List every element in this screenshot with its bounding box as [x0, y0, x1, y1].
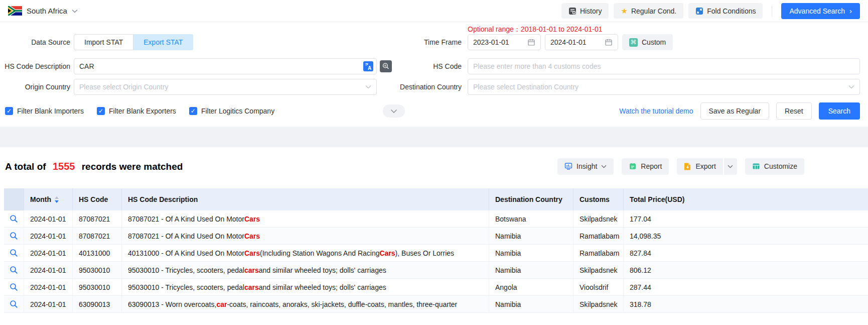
description-text: and similar wheeled toys; dolls' carriag…	[259, 266, 386, 274]
table-row: 2024-01-019503001095030010 - Tricycles, …	[4, 279, 868, 296]
svg-text:A: A	[368, 65, 371, 71]
checkbox-checked-icon[interactable]: ✓	[5, 107, 13, 115]
export-options-button[interactable]	[724, 158, 737, 175]
cell-destination-country: Namibia	[489, 296, 573, 312]
command-icon: ⌘	[629, 38, 638, 47]
row-detail-cell	[4, 262, 24, 278]
history-button[interactable]: History	[561, 3, 609, 19]
insight-button[interactable]: Insight	[557, 158, 614, 175]
customize-label: Customize	[764, 162, 797, 170]
search-icon[interactable]	[10, 249, 18, 257]
date-from-value: 2023-01-01	[473, 38, 509, 46]
results-actions: Insight Report	[557, 158, 804, 175]
form-actions: Watch the tutorial demo Save as Regular …	[619, 102, 860, 120]
date-to-input[interactable]: 2024-01-01	[545, 34, 618, 50]
exact-match-icon[interactable]	[380, 60, 392, 72]
search-icon[interactable]	[10, 300, 18, 308]
topbar: South Africa History ★ Regular Cond.	[0, 0, 868, 22]
search-icon[interactable]	[10, 214, 18, 223]
custom-range-button[interactable]: ⌘ Custom	[622, 34, 673, 50]
fold-conditions-button[interactable]: Fold Conditions	[688, 3, 763, 19]
description-text: 40131000 - Of A Kind Used On Motor	[128, 249, 244, 257]
table-row: 2024-01-019503001095030010 - Tricycles, …	[4, 262, 868, 279]
translate-icon[interactable]: A	[363, 61, 373, 71]
total-prefix: A total of	[5, 161, 46, 172]
cell-destination-country: Namibia	[489, 262, 573, 278]
hs-code-input[interactable]: Please enter more than 4 customs codes	[468, 58, 860, 74]
cell-hs-code-description: 40131000 - Of A Kind Used On Motor Cars …	[122, 245, 489, 261]
cell-month: 2024-01-01	[24, 296, 73, 312]
cell-hs-code-description: 87087021 - Of A Kind Used On Motor Cars	[122, 210, 489, 227]
description-text: 87087021 - Of A Kind Used On Motor	[128, 232, 244, 240]
results-panel: A total of 1555 records were matched Ins…	[0, 147, 868, 325]
search-icon[interactable]	[10, 283, 18, 291]
table-row: 2024-01-014013100040131000 - Of A Kind U…	[4, 245, 868, 262]
origin-country-select[interactable]: Please select Origin Country	[74, 79, 377, 95]
cell-total-price: 318.78	[624, 296, 868, 312]
export-stat-tab[interactable]: Export STAT	[133, 34, 193, 50]
cell-hs-code-description: 87087021 - Of A Kind Used On Motor Cars	[122, 228, 489, 244]
cell-hs-code: 87087021	[73, 210, 122, 227]
export-button[interactable]: Export	[677, 158, 722, 175]
cell-month: 2024-01-01	[24, 279, 73, 295]
regular-cond-button[interactable]: ★ Regular Cond.	[614, 3, 683, 19]
filter-checkbox[interactable]: ✓Filter Blank Importers	[5, 107, 84, 115]
reset-button[interactable]: Reset	[776, 102, 812, 120]
search-icon[interactable]	[10, 266, 18, 274]
cell-total-price: 806.12	[624, 262, 868, 278]
keyword-highlight: Cars	[244, 249, 260, 257]
optional-range-hint: Optional range：2018-01-01 to 2024-01-01	[468, 25, 603, 34]
history-icon	[568, 7, 576, 15]
sort-asc-caret[interactable]	[55, 196, 59, 199]
expand-conditions-button[interactable]	[383, 104, 405, 118]
description-text: 87087021 - Of A Kind Used On Motor	[128, 215, 244, 223]
cell-destination-country: Botswana	[489, 210, 573, 227]
filter-checkbox[interactable]: ✓Filter Logitics Company	[189, 107, 274, 115]
destination-country-select[interactable]: Please select Destination Country	[468, 79, 860, 95]
header-total-price: Total Price(USD)	[624, 188, 868, 210]
search-icon[interactable]	[10, 232, 18, 240]
keyword-highlight: car	[216, 300, 227, 308]
cell-hs-code-description: 95030010 - Tricycles, scooters, pedal ca…	[122, 262, 489, 278]
keyword-highlight: Cars	[379, 249, 395, 257]
search-button[interactable]: Search	[819, 102, 860, 120]
import-stat-tab[interactable]: Import STAT	[74, 34, 133, 50]
sort-icon[interactable]	[55, 196, 59, 203]
calendar-icon[interactable]	[527, 38, 535, 46]
sort-desc-caret[interactable]	[55, 200, 59, 203]
description-text: 95030010 - Tricycles, scooters, pedal	[128, 266, 244, 274]
results-summary: A total of 1555 records were matched	[5, 161, 183, 172]
data-source-toggle: Import STAT Export STAT	[74, 34, 193, 50]
checkbox-label: Filter Blank Exporters	[109, 107, 176, 115]
filter-checkbox[interactable]: ✓Filter Blank Exporters	[97, 107, 176, 115]
country-selector[interactable]: South Africa	[8, 6, 78, 16]
checkbox-checked-icon[interactable]: ✓	[189, 107, 197, 115]
section-spacer	[0, 127, 868, 147]
history-label: History	[580, 7, 602, 15]
calendar-icon[interactable]	[605, 38, 613, 46]
report-button[interactable]: Report	[622, 158, 669, 175]
keyword-highlight: Cars	[244, 215, 260, 223]
customize-columns-icon	[752, 162, 760, 170]
keyword-highlight: Cars	[244, 232, 260, 240]
cell-month: 2024-01-01	[24, 210, 73, 227]
checkbox-checked-icon[interactable]: ✓	[97, 107, 105, 115]
export-label: Export	[695, 162, 715, 170]
hs-code-label: HS Code	[391, 58, 462, 74]
cell-customs: Skilpadsnek	[573, 210, 624, 227]
description-text: ), Buses Or Lorries	[395, 249, 454, 257]
hs-code-placeholder: Please enter more than 4 customs codes	[473, 62, 601, 70]
header-month[interactable]: Month	[24, 188, 73, 210]
tutorial-demo-link[interactable]: Watch the tutorial demo	[619, 107, 693, 115]
date-from-input[interactable]: 2023-01-01	[468, 34, 541, 50]
advanced-search-button[interactable]: Advanced Search ›	[781, 3, 860, 19]
cell-month: 2024-01-01	[24, 245, 73, 261]
cell-total-price: 287.44	[624, 279, 868, 295]
hs-desc-input[interactable]: CAR A	[74, 58, 377, 74]
keyword-highlight: cars	[244, 266, 259, 274]
save-as-regular-button[interactable]: Save as Regular	[700, 102, 770, 120]
data-source-label: Data Source	[0, 34, 70, 50]
fold-conditions-label: Fold Conditions	[707, 7, 756, 15]
customize-button[interactable]: Customize	[745, 158, 804, 175]
chevron-down-icon	[365, 85, 371, 89]
